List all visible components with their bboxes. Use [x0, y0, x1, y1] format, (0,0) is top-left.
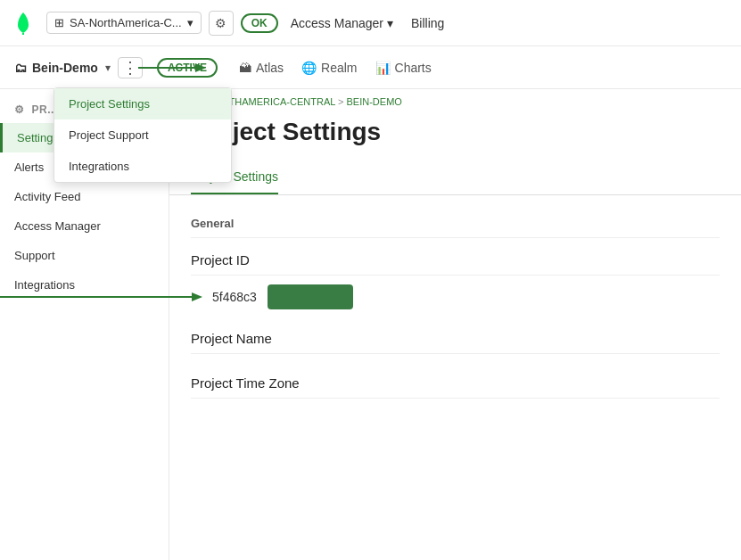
- dropdown-item-project-support[interactable]: Project Support: [54, 119, 231, 151]
- content-area: SA-NORTHAMERICA-CENTRAL > BEIN-DEMO Proj…: [169, 89, 741, 560]
- project-selector[interactable]: 🗂 Bein-Demo: [14, 61, 98, 75]
- breadcrumb-project[interactable]: BEIN-DEMO: [347, 96, 402, 107]
- content-tabs: Project Settings: [169, 161, 741, 195]
- breadcrumb: SA-NORTHAMERICA-CENTRAL > BEIN-DEMO: [169, 89, 741, 114]
- field-project-timezone-label: Project Time Zone: [191, 375, 720, 399]
- field-project-name-label: Project Name: [191, 331, 720, 354]
- gear-sidebar-icon: ⚙: [14, 103, 25, 116]
- sidebar-item-settings-label: Settings: [17, 131, 59, 144]
- sidebar-item-access-manager[interactable]: Access Manager: [0, 211, 169, 241]
- sidebar-item-activity-feed[interactable]: Activity Feed: [0, 182, 169, 211]
- status-ok-badge[interactable]: OK: [241, 13, 278, 33]
- mongodb-logo: [11, 11, 36, 36]
- access-manager-label: Access Manager: [291, 16, 383, 30]
- project-id-value: 5f468c3: [212, 290, 257, 304]
- project-dropdown-menu: Project Settings Project Support Integra…: [54, 87, 232, 183]
- field-project-id-row: 5f468c3: [191, 284, 720, 309]
- svg-marker-2: [195, 63, 206, 72]
- access-manager-nav[interactable]: Access Manager: [285, 12, 399, 34]
- project-name-label: Bein-Demo: [32, 61, 98, 75]
- billing-nav[interactable]: Billing: [406, 12, 449, 34]
- charts-icon: 📊: [375, 61, 391, 75]
- content-header: Project Settings: [169, 114, 741, 161]
- copy-project-id-button[interactable]: [268, 284, 353, 309]
- atlas-tab[interactable]: 🏔 Atlas: [239, 57, 284, 78]
- page-title: Project Settings: [191, 118, 720, 146]
- atlas-tab-label: Atlas: [256, 61, 284, 75]
- field-project-id: Project ID 5f468c3: [191, 252, 720, 309]
- sidebar-item-alerts-label: Alerts: [14, 161, 44, 174]
- charts-tab-label: Charts: [395, 61, 432, 75]
- sidebar-item-support[interactable]: Support: [0, 241, 169, 270]
- cluster-caret-icon: [187, 16, 193, 29]
- project-nav-tabs: 🏔 Atlas 🌐 Realm 📊 Charts: [239, 57, 432, 78]
- billing-label: Billing: [411, 16, 444, 30]
- gear-icon: ⚙: [215, 16, 226, 30]
- project-bar: 🗂 Bein-Demo ▾ ⋮ ACTIVE 🏔 Atlas 🌐 Realm 📊…: [0, 46, 741, 89]
- realm-tab-label: Realm: [321, 61, 357, 75]
- field-project-timezone: Project Time Zone: [191, 375, 720, 399]
- project-caret-icon[interactable]: ▾: [105, 62, 111, 74]
- content-body: General Project ID 5f468c3 Project Name: [169, 217, 741, 399]
- realm-icon: 🌐: [301, 61, 317, 75]
- cluster-grid-icon: ⊞: [54, 16, 64, 29]
- atlas-icon: 🏔: [239, 61, 251, 75]
- settings-button[interactable]: ⚙: [209, 11, 234, 36]
- breadcrumb-separator: >: [338, 96, 346, 107]
- sidebar-item-support-label: Support: [14, 249, 55, 262]
- top-nav: ⊞ SA-NorthAmerica-C... ⚙ OK Access Manag…: [0, 0, 741, 46]
- svg-marker-4: [192, 292, 202, 301]
- sidebar-item-access-manager-label: Access Manager: [14, 219, 101, 233]
- sidebar-item-activity-feed-label: Activity Feed: [14, 190, 80, 203]
- cluster-name-label: SA-NorthAmerica-C...: [70, 16, 182, 29]
- dropdown-item-integrations[interactable]: Integrations: [54, 151, 231, 182]
- section-general-label: General: [191, 217, 720, 238]
- annotation-arrow-top: [138, 54, 210, 82]
- charts-tab[interactable]: 📊 Charts: [375, 57, 432, 78]
- access-manager-caret: [387, 16, 393, 30]
- cluster-selector[interactable]: ⊞ SA-NorthAmerica-C...: [46, 12, 202, 34]
- dropdown-item-project-settings[interactable]: Project Settings: [54, 88, 231, 119]
- folder-icon: 🗂: [14, 61, 27, 75]
- annotation-arrow-mid: [169, 284, 205, 309]
- field-project-id-label: Project ID: [191, 252, 720, 276]
- field-project-name: Project Name: [191, 331, 720, 354]
- realm-tab[interactable]: 🌐 Realm: [301, 57, 357, 78]
